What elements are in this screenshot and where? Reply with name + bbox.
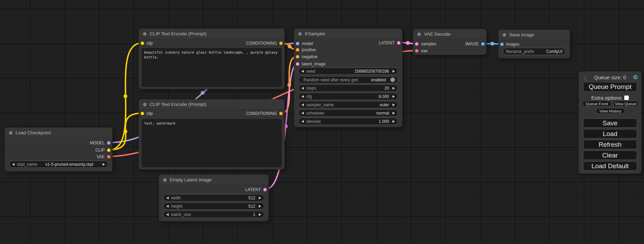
clip-port-icon[interactable]	[107, 148, 111, 152]
input-slot-positive[interactable]: positive	[296, 47, 316, 52]
node-load-checkpoint[interactable]: Load Checkpoint MODEL CLIP VAE ckpt_name…	[5, 127, 113, 172]
decrement-icon[interactable]	[12, 163, 15, 166]
extra-options-checkbox[interactable]	[624, 96, 629, 100]
decrement-icon[interactable]	[166, 213, 169, 216]
decrement-icon[interactable]	[301, 70, 304, 73]
decrement-icon[interactable]	[166, 205, 169, 208]
node-title-bar[interactable]: KSampler	[294, 29, 402, 39]
output-slot-clip[interactable]: CLIP	[95, 148, 111, 153]
latent-port-icon[interactable]	[263, 188, 267, 191]
latent-port-icon[interactable]	[397, 41, 400, 45]
prompt-textarea[interactable]: text, watermark	[142, 119, 282, 167]
latent-port-icon[interactable]	[296, 62, 299, 66]
increment-icon[interactable]	[392, 103, 395, 106]
decrement-icon[interactable]	[166, 197, 169, 199]
widget-sampler-name[interactable]: sampler_name euler	[298, 101, 398, 108]
load-button[interactable]: Load	[583, 129, 637, 138]
node-ksampler[interactable]: KSampler model positive negative latent_…	[294, 28, 403, 127]
output-slot-vae[interactable]: VAE	[97, 154, 111, 159]
node-title-bar[interactable]: VAE Decode	[413, 29, 486, 39]
input-slot-model[interactable]: model	[296, 41, 313, 46]
collapse-dot-icon[interactable]	[143, 103, 147, 106]
node-clip-text-encode-positive[interactable]: CLIP Text Encode (Prompt) clip CONDITION…	[139, 28, 285, 89]
input-slot-clip[interactable]: clip	[141, 41, 153, 46]
vae-port-icon[interactable]	[415, 49, 418, 53]
node-graph-canvas[interactable]: Load Checkpoint MODEL CLIP VAE ckpt_name…	[0, 0, 644, 244]
increment-icon[interactable]	[392, 112, 395, 115]
prompt-textarea[interactable]: beautiful scenery nature glass bottle la…	[142, 48, 282, 87]
widget-random-seed-toggle[interactable]: Random seed after every gen enabled	[298, 76, 398, 83]
vae-port-icon[interactable]	[107, 155, 111, 159]
input-slot-clip[interactable]: clip	[141, 111, 153, 116]
input-slot-images[interactable]: images	[500, 42, 520, 47]
image-port-icon[interactable]	[500, 43, 504, 46]
model-port-icon[interactable]	[107, 141, 111, 145]
collapse-dot-icon[interactable]	[143, 32, 147, 36]
increment-icon[interactable]	[259, 197, 261, 199]
node-save-image[interactable]: Save Image images filename_prefix ComfyU…	[498, 29, 570, 58]
input-slot-samples[interactable]: samples	[415, 42, 436, 46]
widget-cfg[interactable]: cfg 8.000	[298, 93, 398, 100]
view-history-button[interactable]: View History	[596, 108, 625, 114]
node-empty-latent-image[interactable]: Empty Latent Image LATENT width 512 heig…	[159, 174, 269, 222]
increment-icon[interactable]	[103, 163, 105, 166]
output-slot-image[interactable]: IMAGE	[465, 42, 485, 46]
node-title-bar[interactable]: CLIP Text Encode (Prompt)	[139, 99, 284, 110]
decrement-icon[interactable]	[301, 112, 304, 115]
widget-width[interactable]: width 512	[163, 194, 264, 201]
widget-steps[interactable]: steps 20	[298, 84, 398, 92]
latent-port-icon[interactable]	[415, 42, 418, 46]
toggle-knob-icon[interactable]	[390, 78, 395, 82]
image-port-icon[interactable]	[481, 42, 485, 46]
save-button[interactable]: Save	[583, 118, 637, 128]
increment-icon[interactable]	[259, 205, 261, 208]
node-clip-text-encode-negative[interactable]: CLIP Text Encode (Prompt) clip CONDITION…	[139, 99, 285, 170]
queue-front-button[interactable]: Queue Front	[582, 101, 611, 107]
queue-panel[interactable]: Queue size: 0 ⚙ Queue Prompt Extra optio…	[579, 71, 642, 174]
decrement-icon[interactable]	[301, 95, 304, 98]
input-slot-latent-image[interactable]: latent_image	[296, 62, 326, 66]
decrement-icon[interactable]	[301, 87, 304, 90]
node-title-bar[interactable]: CLIP Text Encode (Prompt)	[139, 29, 284, 39]
conditioning-port-icon[interactable]	[296, 48, 299, 52]
output-slot-latent[interactable]: LATENT	[379, 40, 400, 45]
conditioning-port-icon[interactable]	[279, 42, 283, 45]
node-vae-decode[interactable]: VAE Decode samples vae IMAGE	[413, 29, 487, 55]
collapse-dot-icon[interactable]	[503, 33, 506, 37]
widget-filename-prefix[interactable]: filename_prefix ComfyUI	[503, 48, 566, 55]
clip-port-icon[interactable]	[141, 112, 144, 115]
settings-gear-icon[interactable]: ⚙	[633, 74, 638, 81]
widget-seed[interactable]: seed 156680208700286	[298, 67, 398, 75]
node-title-bar[interactable]: Save Image	[499, 30, 570, 40]
collapse-dot-icon[interactable]	[163, 178, 167, 182]
conditioning-port-icon[interactable]	[296, 55, 299, 58]
output-slot-conditioning[interactable]: CONDITIONING	[246, 111, 283, 116]
output-slot-model[interactable]: MODEL	[90, 141, 111, 145]
drag-handle-icon[interactable]	[584, 76, 585, 77]
node-title-bar[interactable]: Load Checkpoint	[5, 128, 112, 138]
widget-denoise[interactable]: denoise 1.000	[298, 118, 398, 125]
model-port-icon[interactable]	[296, 42, 299, 45]
input-slot-vae[interactable]: vae	[415, 48, 427, 53]
node-title-bar[interactable]: Empty Latent Image	[159, 175, 268, 185]
decrement-icon[interactable]	[301, 120, 304, 123]
increment-icon[interactable]	[392, 95, 395, 98]
increment-icon[interactable]	[392, 70, 395, 73]
queue-prompt-button[interactable]: Queue Prompt	[583, 82, 637, 92]
conditioning-port-icon[interactable]	[279, 112, 283, 115]
collapse-dot-icon[interactable]	[417, 33, 421, 36]
widget-height[interactable]: height 512	[163, 202, 264, 210]
clear-button[interactable]: Clear	[583, 151, 637, 160]
output-slot-latent[interactable]: LATENT	[245, 187, 267, 192]
collapse-dot-icon[interactable]	[298, 32, 302, 36]
widget-scheduler[interactable]: scheduler normal	[298, 109, 398, 117]
output-slot-conditioning[interactable]: CONDITIONING	[246, 41, 283, 46]
view-queue-button[interactable]: View Queue	[613, 101, 638, 107]
clip-port-icon[interactable]	[141, 42, 144, 45]
increment-icon[interactable]	[392, 87, 395, 90]
increment-icon[interactable]	[259, 213, 261, 216]
widget-batch-size[interactable]: batch_size 1	[163, 211, 264, 218]
refresh-button[interactable]: Refresh	[583, 140, 637, 149]
increment-icon[interactable]	[392, 120, 395, 123]
input-slot-negative[interactable]: negative	[296, 54, 317, 59]
